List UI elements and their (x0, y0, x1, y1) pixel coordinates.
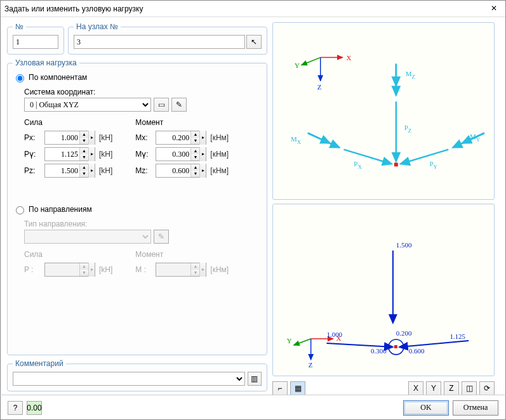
nodal-load-legend: Узловая нагрузка (13, 58, 79, 67)
number-legend: № (13, 22, 26, 31)
svg-text:1.500: 1.500 (396, 241, 412, 249)
view-grid-icon[interactable]: ▦ (290, 381, 305, 395)
window-title: Задать или изменить узловую нагрузку (4, 4, 486, 13)
svg-line-26 (294, 339, 311, 345)
svg-text:1.125: 1.125 (449, 332, 465, 340)
svg-line-15 (343, 150, 391, 164)
svg-text:0.300: 0.300 (371, 347, 387, 355)
py-input[interactable]: ▲▼▸ (44, 147, 95, 161)
svg-text:0.200: 0.200 (396, 329, 412, 337)
number-input[interactable] (13, 35, 58, 49)
svg-text:X: X (346, 54, 351, 62)
coord-system-select[interactable]: 0 | Общая XYZ (24, 98, 151, 112)
radio-by-components[interactable] (16, 74, 24, 82)
dp-unit: [kH] (99, 265, 112, 274)
my-input[interactable]: ▲▼▸ (156, 147, 206, 161)
comment-legend: Комментарий (13, 359, 66, 368)
svg-text:PZ: PZ (404, 124, 412, 134)
my-label: Mү: (135, 150, 152, 159)
comment-library-icon[interactable]: ▥ (248, 372, 262, 386)
svg-text:MY: MY (470, 133, 481, 143)
view-y-icon[interactable]: Y (426, 381, 441, 395)
pick-node-icon[interactable]: ↖ (246, 35, 262, 49)
preview-schematic: X Y Z MZ PZ MX PX (272, 22, 495, 200)
help-icon[interactable]: ? (8, 401, 23, 415)
dialog-footer: ? 0.00 OK Отмена (0, 395, 506, 420)
new-coord-icon[interactable]: ▭ (154, 98, 169, 112)
titlebar: Задать или изменить узловую нагрузку ✕ (1, 1, 505, 17)
cancel-button[interactable]: Отмена (453, 400, 498, 416)
radio-by-directions[interactable] (16, 206, 24, 214)
my-unit: [кНм] (210, 150, 229, 159)
svg-text:PX: PX (354, 160, 362, 170)
view-iso-icon[interactable]: ◫ (462, 381, 477, 395)
direction-type-select (24, 230, 151, 244)
svg-text:Z: Z (309, 361, 313, 369)
view-z-icon[interactable]: Z (444, 381, 459, 395)
svg-rect-36 (394, 345, 397, 348)
mz-label: Mz: (135, 166, 152, 175)
py-unit: [kH] (99, 150, 112, 159)
dm-unit: [кНм] (210, 265, 229, 274)
on-nodes-fieldset: На узлах № ↖ (68, 22, 267, 55)
coord-system-label: Система координат: (24, 88, 262, 96)
dm-label: M : (135, 265, 152, 274)
number-fieldset: № (7, 22, 64, 55)
nodal-load-fieldset: Узловая нагрузка По компонентам Система … (7, 58, 267, 355)
pz-input[interactable]: ▲▼▸ (44, 164, 95, 178)
dp-label: P : (24, 265, 41, 274)
svg-text:0.600: 0.600 (409, 347, 425, 355)
view-axes-icon[interactable]: ⌐ (272, 381, 288, 395)
view-x-icon[interactable]: X (408, 381, 423, 395)
mx-input[interactable]: ▲▼▸ (156, 131, 206, 145)
pz-label: Pz: (24, 166, 41, 175)
svg-text:1.000: 1.000 (327, 331, 343, 338)
svg-line-13 (308, 133, 330, 143)
direction-edit-icon: ✎ (154, 230, 169, 244)
mx-unit: [кНм] (210, 133, 229, 142)
svg-text:Z: Z (317, 83, 322, 91)
direction-type-label: Тип направления: (24, 220, 262, 228)
force-header: Сила (24, 118, 112, 127)
comment-input[interactable] (13, 372, 245, 386)
radio-by-directions-label: По направлениям (29, 205, 92, 214)
dir-force-header: Сила (24, 250, 112, 259)
py-label: Pү: (24, 150, 41, 159)
svg-line-20 (401, 150, 448, 164)
edit-coord-icon[interactable]: ✎ (171, 98, 187, 112)
preview-toolbar: ⌐ ▦ X Y Z ◫ ⟳ (272, 381, 495, 395)
mx-label: Mх: (135, 133, 152, 142)
px-unit: [kH] (99, 133, 112, 142)
units-icon[interactable]: 0.00 (27, 401, 42, 415)
svg-line-2 (302, 58, 321, 65)
svg-line-33 (399, 341, 469, 347)
ok-button[interactable]: OK (403, 400, 449, 416)
preview-values: 1.500 X Y Z 1.000 1.125 0.200 (272, 204, 495, 376)
moment-header: Момент (135, 118, 229, 127)
mz-unit: [кНм] (210, 166, 229, 175)
radio-by-components-label: По компонентам (29, 73, 87, 82)
svg-text:Y: Y (287, 337, 292, 345)
px-label: Pх: (24, 133, 41, 142)
svg-text:MZ: MZ (406, 70, 415, 80)
mz-input[interactable]: ▲▼▸ (156, 164, 206, 178)
svg-rect-11 (394, 162, 398, 166)
dp-input: ▲▼▸ (44, 263, 95, 277)
svg-text:PY: PY (429, 160, 437, 170)
dm-input: ▲▼▸ (156, 263, 206, 277)
view-refresh-icon[interactable]: ⟳ (479, 381, 495, 395)
on-nodes-input[interactable] (74, 35, 245, 49)
pz-unit: [kH] (99, 166, 112, 175)
close-icon[interactable]: ✕ (486, 3, 502, 15)
svg-text:Y: Y (295, 62, 300, 69)
dir-moment-header: Момент (135, 250, 229, 259)
px-input[interactable]: ▲▼▸ (44, 131, 95, 145)
svg-text:MX: MX (291, 135, 302, 145)
comment-fieldset: Комментарий ▥ (7, 359, 267, 391)
on-nodes-legend: На узлах № (74, 22, 121, 31)
